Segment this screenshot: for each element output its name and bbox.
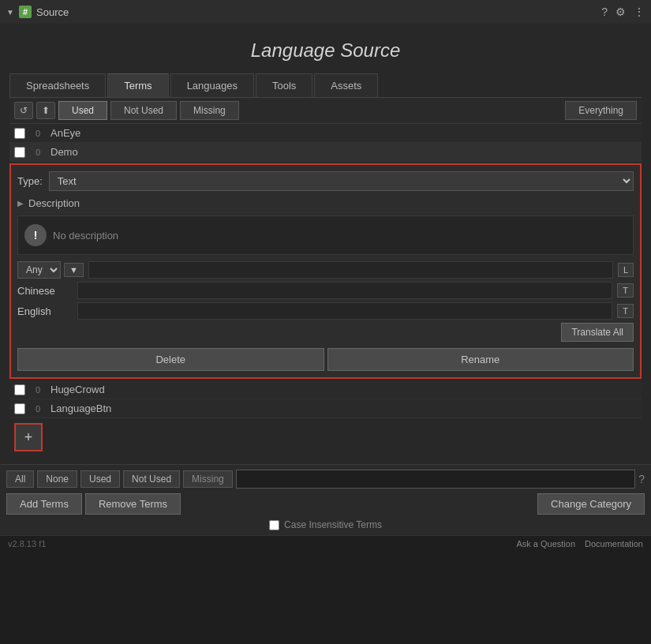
description-toggle[interactable]: ▶ Description	[17, 197, 634, 209]
lang-any-type-btn[interactable]: L	[618, 263, 634, 277]
bottom-filter-all[interactable]: All	[6, 470, 34, 488]
filter-row: ↺ ⬆ Used Not Used Missing Everything	[9, 98, 642, 124]
term-count-languagebtn: 0	[32, 404, 44, 414]
tabs-row: Spreadsheets Terms Languages Tools Asset…	[9, 73, 642, 98]
term-checkbox-hugecrowd[interactable]	[14, 384, 25, 395]
bottom-filter-used[interactable]: Used	[80, 470, 120, 488]
action-row: Delete Rename	[17, 348, 634, 371]
tab-terms[interactable]: Terms	[107, 73, 168, 97]
term-name-languagebtn[interactable]: LanguageBtn	[51, 402, 111, 414]
type-select[interactable]: Text	[49, 171, 634, 191]
main-content: Language Source Spreadsheets Terms Langu…	[0, 24, 651, 464]
filter-everything[interactable]: Everything	[565, 101, 637, 120]
description-area: ! No description	[17, 215, 634, 255]
lang-any-wrapper: Any ▼	[17, 261, 84, 279]
footer-links: Ask a Question Documentation	[516, 539, 643, 549]
term-panel: Type: Text ▶ Description ! No descriptio…	[9, 163, 642, 379]
page-title: Language Source	[9, 39, 642, 62]
lang-any-select[interactable]: Any	[17, 261, 61, 279]
delete-button[interactable]: Delete	[17, 348, 324, 371]
bottom-filter-missing[interactable]: Missing	[183, 470, 233, 488]
term-count-demo: 0	[32, 148, 44, 157]
term-count-hugecrowd: 0	[32, 385, 44, 395]
search-input[interactable]	[236, 470, 635, 489]
bottom-action-row: Add Terms Remove Terms Change Category	[6, 493, 645, 515]
remove-terms-button[interactable]: Remove Terms	[85, 493, 181, 515]
tab-tools[interactable]: Tools	[256, 73, 312, 97]
collapse-arrow-icon[interactable]: ▼	[6, 8, 14, 17]
change-category-button[interactable]: Change Category	[537, 493, 645, 515]
documentation-link[interactable]: Documentation	[585, 539, 643, 549]
add-btn-row: +	[9, 418, 642, 456]
tab-languages[interactable]: Languages	[170, 73, 254, 97]
description-text: No description	[53, 230, 118, 242]
lang-any-input[interactable]	[88, 261, 613, 279]
translate-all-button[interactable]: Translate All	[561, 323, 634, 342]
lang-english-input[interactable]	[77, 302, 612, 320]
lang-row-chinese: Chinese T	[17, 282, 634, 299]
type-label: Type:	[17, 175, 43, 187]
rename-button[interactable]: Rename	[327, 348, 634, 371]
bottom-help-icon[interactable]: ?	[638, 473, 645, 485]
lang-english-label: English	[17, 305, 73, 317]
description-icon: !	[24, 224, 47, 246]
term-count-anEye: 0	[32, 129, 44, 138]
ask-question-link[interactable]: Ask a Question	[516, 539, 575, 549]
upload-icon[interactable]: ⬆	[36, 102, 55, 119]
filter-not-used[interactable]: Not Used	[110, 101, 177, 120]
footer: v2.8.13 f1 Ask a Question Documentation	[0, 535, 651, 552]
term-row-demo: 0 Demo	[9, 143, 642, 162]
lang-english-type-btn[interactable]: T	[617, 304, 634, 318]
bottom-filter-row: All None Used Not Used Missing ?	[6, 470, 645, 489]
description-arrow-icon: ▶	[17, 199, 24, 208]
lang-row-english: English T	[17, 302, 634, 320]
translate-row: Translate All	[17, 323, 634, 342]
bottom-bar: All None Used Not Used Missing ? Add Ter…	[0, 464, 651, 535]
bottom-filter-none[interactable]: None	[37, 470, 77, 488]
add-terms-button[interactable]: Add Terms	[6, 493, 82, 515]
term-name-demo[interactable]: Demo	[51, 146, 78, 158]
bottom-filter-not-used[interactable]: Not Used	[123, 470, 180, 488]
term-row-languagebtn: 0 LanguageBtn	[9, 399, 642, 418]
version-label: v2.8.13 f1	[8, 539, 46, 549]
filter-missing[interactable]: Missing	[180, 101, 239, 120]
filter-used[interactable]: Used	[58, 101, 107, 120]
tab-assets[interactable]: Assets	[314, 73, 378, 97]
more-icon[interactable]: ⋮	[634, 6, 645, 18]
case-insensitive-label: Case Insensitive Terms	[284, 519, 382, 530]
term-row: 0 AnEye	[9, 124, 642, 143]
hash-icon: #	[19, 6, 32, 18]
case-sensitive-row: Case Insensitive Terms	[6, 519, 645, 530]
lang-any-dropdown[interactable]: ▼	[64, 263, 84, 277]
settings-icon[interactable]: ⚙	[615, 6, 626, 18]
description-label: Description	[28, 197, 80, 209]
tab-spreadsheets[interactable]: Spreadsheets	[9, 73, 106, 97]
lang-chinese-type-btn[interactable]: T	[617, 283, 634, 298]
lang-row-any: Any ▼ L	[17, 261, 634, 279]
lang-chinese-label: Chinese	[17, 285, 73, 297]
term-checkbox-languagebtn[interactable]	[14, 403, 25, 414]
window-title: Source	[36, 6, 69, 18]
lang-chinese-input[interactable]	[77, 282, 612, 299]
help-icon[interactable]: ?	[601, 6, 608, 18]
term-row-hugecrowd: 0 HugeCrowd	[9, 380, 642, 399]
title-bar: ▼ # Source ? ⚙ ⋮	[0, 0, 651, 24]
term-checkbox-demo[interactable]	[14, 147, 25, 158]
case-insensitive-checkbox[interactable]	[269, 520, 279, 530]
term-type-row: Type: Text	[17, 171, 634, 191]
add-term-plus-button[interactable]: +	[14, 423, 43, 451]
term-name-anEye[interactable]: AnEye	[51, 127, 80, 139]
term-checkbox-anEye[interactable]	[14, 128, 25, 139]
term-name-hugecrowd[interactable]: HugeCrowd	[51, 384, 105, 395]
refresh-icon[interactable]: ↺	[14, 102, 33, 119]
